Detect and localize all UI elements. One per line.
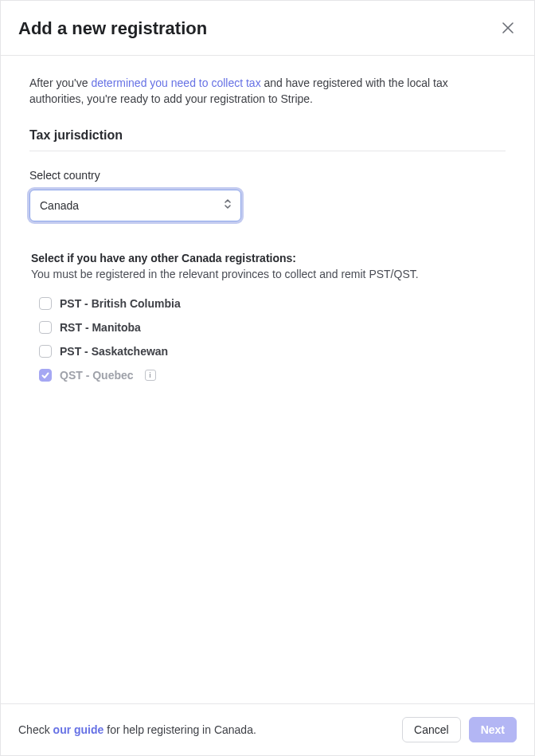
registration-row: PST - British Columbia (39, 292, 506, 315)
registration-checkbox[interactable] (39, 297, 52, 310)
footer-guide-link[interactable]: our guide (53, 723, 104, 736)
registration-label: RST - Manitoba (60, 321, 141, 334)
country-field: Select country Canada (29, 169, 506, 221)
close-icon (502, 22, 514, 36)
country-select[interactable]: Canada (29, 190, 241, 221)
footer-help-text: Check our guide for help registering in … (18, 723, 256, 736)
other-registrations-title: Select if you have any other Canada regi… (31, 252, 506, 264)
dialog-footer: Check our guide for help registering in … (1, 703, 534, 755)
dialog-body: After you've determined you need to coll… (1, 56, 534, 703)
dialog-header: Add a new registration (1, 1, 534, 56)
registration-dialog: Add a new registration After you've dete… (0, 0, 535, 756)
registration-label: QST - Quebec (60, 369, 134, 382)
intro-text: After you've determined you need to coll… (29, 75, 506, 108)
registration-row: QST - Quebeci (39, 363, 506, 387)
other-registrations-group: Select if you have any other Canada regi… (29, 252, 506, 387)
footer-actions: Cancel Next (402, 717, 517, 742)
footer-before: Check (18, 723, 53, 736)
intro-before: After you've (29, 76, 91, 89)
registration-checkbox[interactable] (39, 321, 52, 334)
registration-label: PST - Saskatchewan (60, 345, 168, 358)
registration-row: PST - Saskatchewan (39, 339, 506, 363)
registration-label: PST - British Columbia (60, 297, 181, 310)
other-registrations-list: PST - British ColumbiaRST - ManitobaPST … (31, 292, 506, 387)
next-button[interactable]: Next (469, 717, 517, 742)
footer-after: for help registering in Canada. (103, 723, 256, 736)
registration-checkbox[interactable] (39, 345, 52, 358)
close-button[interactable] (499, 20, 517, 37)
section-title-jurisdiction: Tax jurisdiction (29, 128, 506, 151)
registration-row: RST - Manitoba (39, 315, 506, 339)
country-label: Select country (29, 169, 506, 182)
registration-checkbox[interactable] (39, 369, 52, 382)
cancel-button[interactable]: Cancel (402, 717, 461, 742)
country-select-wrap: Canada (29, 190, 241, 221)
info-icon[interactable]: i (145, 370, 156, 381)
other-registrations-desc: You must be registered in the relevant p… (31, 268, 506, 280)
dialog-title: Add a new registration (18, 18, 207, 39)
intro-link[interactable]: determined you need to collect tax (91, 76, 260, 89)
